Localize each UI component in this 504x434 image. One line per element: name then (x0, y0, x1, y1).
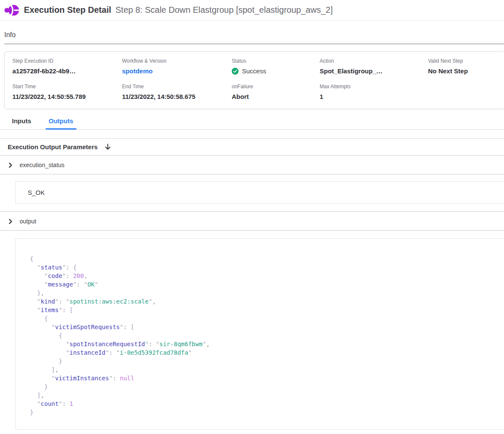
chevron-right-icon (8, 162, 13, 168)
field-value: Abort (232, 93, 320, 100)
field-status: Status Success (232, 58, 320, 75)
field-label: Step Execution ID (12, 58, 122, 64)
field-value: 1 (320, 93, 428, 100)
info-divider (4, 43, 504, 44)
field-label: End Time (122, 84, 232, 90)
field-value: No Next Step (428, 67, 504, 75)
spot-logo-icon (4, 3, 20, 17)
field-label: Action (320, 58, 428, 64)
status-text: Success (242, 67, 266, 75)
field-start-time: Start Time 11/23/2022, 14:50:55.789 (12, 84, 122, 100)
execution-status-value: S_OK (15, 181, 504, 204)
tab-outputs[interactable]: Outputs (46, 117, 76, 130)
field-label: Max Attempts (320, 84, 428, 90)
field-max-attempts: Max Attempts 1 (320, 84, 428, 100)
output-parameters-header: Execution Output Parameters (0, 138, 504, 156)
field-action: Action Spot_Elastigroup_… (320, 58, 428, 75)
field-value: Spot_Elastigroup_… (320, 67, 428, 75)
field-value: a125728f-6b22-4b9… (12, 67, 122, 75)
info-card: Step Execution ID a125728f-6b22-4b9… Wor… (4, 51, 504, 109)
download-icon[interactable] (104, 143, 111, 150)
chevron-right-icon (8, 218, 13, 224)
field-label: Valid Next Step (428, 58, 504, 64)
status-badge: Success (232, 67, 320, 75)
accordion-label: execution_status (20, 162, 64, 168)
field-label: onFailure (232, 84, 320, 90)
info-heading: Info (4, 31, 504, 39)
output-json-panel: { "status": { "code": 200, "message": "O… (15, 238, 504, 430)
output-parameters-title: Execution Output Parameters (8, 143, 98, 150)
output-json-code: { "status": { "code": 200, "message": "O… (30, 255, 496, 417)
accordion-execution-status[interactable]: execution_status (0, 156, 504, 174)
field-label: Workflow & Version (122, 58, 232, 64)
tab-bar: Inputs Outputs (0, 117, 504, 130)
accordion-output[interactable]: output (0, 212, 504, 231)
field-end-time: End Time 11/23/2022, 14:50:58.675 (122, 84, 232, 100)
app-header: Execution Step Detail Step 8: Scale Down… (0, 0, 504, 20)
workflow-link[interactable]: spotdemo (122, 67, 232, 75)
field-value: 11/23/2022, 14:50:58.675 (122, 93, 232, 100)
page-title: Execution Step Detail (24, 5, 111, 15)
field-valid-next-step: Valid Next Step No Next Step (428, 58, 504, 75)
field-onfailure: onFailure Abort (232, 84, 320, 100)
success-check-icon (232, 68, 239, 75)
field-workflow-version: Workflow & Version spotdemo (122, 58, 232, 75)
field-step-execution-id: Step Execution ID a125728f-6b22-4b9… (12, 58, 122, 75)
field-label: Status (232, 58, 320, 64)
field-value: 11/23/2022, 14:50:55.789 (12, 93, 122, 100)
tab-inputs[interactable]: Inputs (12, 117, 31, 129)
execution-status-panel: S_OK (0, 181, 504, 212)
accordion-label: output (20, 218, 36, 225)
field-label: Start Time (12, 84, 122, 90)
page-subtitle: Step 8: Scale Down Elastgroup [spot_elas… (116, 5, 333, 15)
